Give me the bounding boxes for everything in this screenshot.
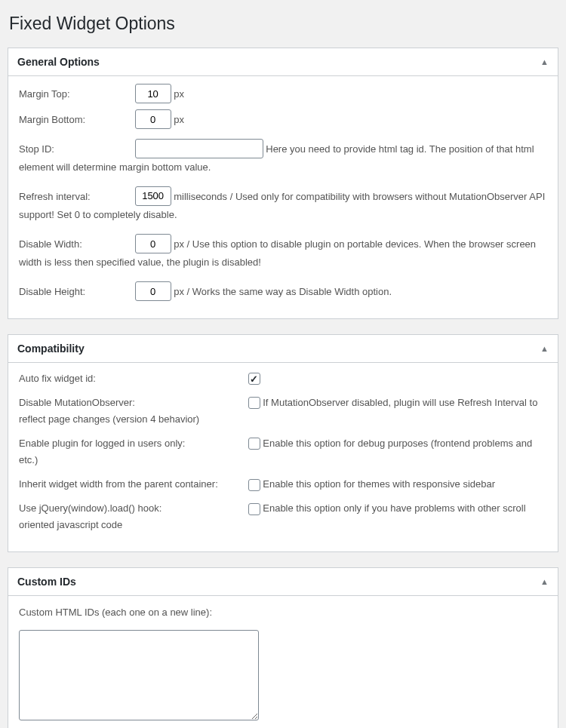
page-title: Fixed Widget Options [9, 14, 558, 34]
margin-bottom-input[interactable] [135, 109, 171, 129]
margin-top-unit: px [174, 88, 184, 100]
custom-ids-header[interactable]: Custom IDs ▲ [8, 568, 558, 596]
disable-width-input[interactable] [135, 234, 171, 253]
margin-bottom-unit: px [174, 114, 184, 125]
general-options-panel: General Options ▲ Margin Top: px Margin … [8, 48, 558, 319]
stop-id-label: Stop ID: [19, 140, 132, 159]
jquery-hook-checkbox[interactable] [248, 503, 260, 515]
compatibility-title: Compatibility [17, 335, 85, 362]
inherit-width-checkbox[interactable] [248, 479, 260, 491]
logged-in-checkbox[interactable] [248, 438, 260, 450]
jquery-hook-label: Use jQuery(window).load() hook: [19, 500, 245, 517]
disable-height-input[interactable] [135, 281, 171, 301]
logged-in-label: Enable plugin for logged in users only: [19, 435, 245, 452]
custom-ids-textarea[interactable] [19, 630, 259, 720]
disable-mo-checkbox[interactable] [248, 397, 260, 409]
disable-width-label: Disable Width: [19, 235, 132, 254]
auto-fix-label: Auto fix widget id: [19, 370, 245, 387]
refresh-interval-label: Refresh interval: [19, 188, 132, 207]
custom-ids-label: Custom HTML IDs (each one on a new line)… [19, 604, 547, 622]
compatibility-header[interactable]: Compatibility ▲ [8, 335, 558, 363]
margin-top-input[interactable] [135, 84, 171, 103]
custom-ids-title: Custom IDs [17, 568, 76, 595]
disable-height-desc: px / Works the same way as Disable Width… [174, 286, 392, 297]
auto-fix-checkbox[interactable] [248, 373, 260, 385]
compatibility-panel: Compatibility ▲ Auto fix widget id: Disa… [8, 334, 558, 553]
disable-height-label: Disable Height: [19, 283, 132, 302]
refresh-interval-input[interactable] [135, 186, 171, 206]
general-options-title: General Options [17, 48, 100, 75]
margin-bottom-label: Margin Bottom: [19, 111, 132, 130]
disable-mo-label: Disable MutationObserver: [19, 395, 245, 411]
inherit-width-label: Inherit widget width from the parent con… [19, 476, 245, 493]
general-options-header[interactable]: General Options ▲ [8, 48, 558, 76]
stop-id-input[interactable] [135, 139, 263, 158]
custom-ids-panel: Custom IDs ▲ Custom HTML IDs (each one o… [8, 567, 558, 728]
collapse-icon[interactable]: ▲ [540, 577, 549, 586]
margin-top-label: Margin Top: [19, 85, 132, 104]
collapse-icon[interactable]: ▲ [540, 344, 549, 353]
inherit-width-desc: Enable this option for themes with respo… [263, 478, 495, 490]
collapse-icon[interactable]: ▲ [540, 57, 549, 66]
